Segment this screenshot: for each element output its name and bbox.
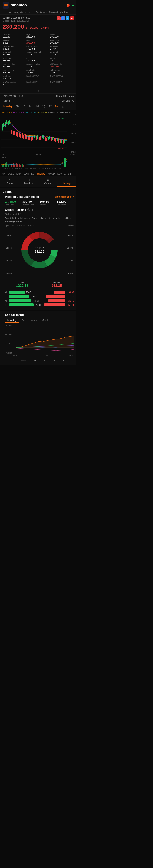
ind-tab-boll[interactable]: BOLL — [8, 173, 14, 175]
position-cost-section: Position Cost Distribution More Informat… — [3, 195, 74, 206]
trend-tab-week[interactable]: Week — [28, 318, 39, 322]
svg-rect-35 — [39, 137, 40, 140]
stat-turnover-ratio: Turnover Ratio 0.32% — [3, 45, 26, 51]
capital-trend-section: Capital Trend Intraday Day Week Month 32… — [0, 311, 76, 365]
price-flow-description: Price falls & capital flows in. Some cap… — [5, 217, 74, 223]
stat-volume: Volume 2.82B — [3, 39, 26, 45]
capital-section: Capital Position Cost Distribution More … — [0, 188, 76, 310]
ind-tab-kdj[interactable]: KDJ — [57, 173, 62, 175]
svg-rect-28 — [28, 136, 29, 140]
ind-tab-mavol[interactable]: MAVOL — [37, 173, 45, 175]
svg-text:281.600: 281.600 — [58, 118, 64, 120]
info-icon[interactable]: ⓘ — [27, 208, 30, 212]
svg-rect-34 — [37, 135, 38, 139]
donut-chart-container: 7.53% 12.68% 16.27% 19.50% 4.32% 12.40% … — [5, 229, 74, 280]
logo-icon — [3, 2, 9, 8]
stat-hist-low: Historical Low 226.000 — [3, 68, 26, 74]
tab-positions-label: Positions — [24, 182, 34, 185]
stat-52wk-high: 52wk High 422.800 — [3, 51, 26, 57]
legend-overall: Overall — [15, 360, 26, 362]
l-inflow-bar — [9, 295, 29, 298]
adr-row: Converted ADR Price ⓘ -- ADR to HK Stock… — [0, 93, 76, 99]
svg-rect-67 — [22, 164, 23, 167]
play-icon[interactable]: ▶ — [71, 3, 74, 7]
stock-price: 280.200 — [3, 23, 24, 30]
stat-open: Open 288.000 — [50, 33, 74, 39]
tab-5d[interactable]: 5D — [14, 104, 21, 109]
tab-1w[interactable]: 1W — [27, 104, 34, 109]
l-line-icon — [39, 361, 43, 361]
tab-1q[interactable]: 1Q — [40, 104, 47, 109]
size-row-s: S 425.91 353.41 — [5, 304, 74, 306]
svg-rect-41 — [48, 137, 49, 140]
svg-rect-68 — [23, 165, 24, 167]
more-info-link[interactable]: More Information > — [55, 196, 74, 198]
volume-chart: 1771K — [0, 156, 76, 167]
stock-id: 09618 JD.com, Inc.-SW — [3, 17, 30, 19]
trend-tab-intraday[interactable]: Intraday — [5, 318, 19, 322]
size-row-l: L 276.92 270.74 — [5, 295, 74, 298]
download-icon[interactable]: ⬇ — [31, 208, 33, 211]
stat-shares-outstanding: Shares Outstand... 3.11B — [26, 51, 50, 57]
stat-market-cap: Market Cap⊙ 870.45B — [26, 45, 50, 51]
svg-rect-65 — [19, 163, 20, 167]
app-header: moomoo 🍎 ▶ — [0, 0, 76, 10]
help-icon[interactable]: ⓘ — [24, 95, 26, 97]
svg-rect-55 — [2, 165, 3, 167]
size-row-m: M 355.25 242.79 — [5, 299, 74, 302]
stat-min-trading: Min Trading Unit 50 — [3, 81, 26, 86]
tab-positions[interactable]: □ Positions — [19, 177, 38, 187]
legend-l: L — [39, 360, 45, 362]
indicator-tabs: MA BOLL EMA SAR KC MAVOL MACD KDJ ARBR — [0, 171, 76, 176]
m-inflow-bar — [9, 299, 31, 302]
trend-tabs: Intraday Day Week Month — [5, 318, 74, 322]
xl-inflow-bar — [9, 291, 25, 293]
svg-rect-57 — [5, 163, 6, 167]
trend-chart: 323.94M 175.35M 76.29M -72.30M — [5, 324, 74, 358]
tab-settings[interactable]: ⚙ — [60, 104, 66, 109]
stat-prev-close: Prev Close 290.400 — [50, 39, 74, 45]
stat-float: Float 870.45B — [26, 57, 50, 63]
social-icon-blue: f — [61, 17, 65, 20]
tab-orders[interactable]: ≡ Orders — [38, 177, 57, 187]
tab-1m[interactable]: 1m — [53, 104, 60, 109]
svg-rect-66 — [21, 164, 21, 167]
ind-tab-ema[interactable]: EMA — [17, 173, 22, 175]
tab-history[interactable]: ◷ History — [57, 177, 76, 187]
tab-1d[interactable]: 1D — [21, 104, 27, 109]
stat-pe-ttm: P/E(TTM) 28.67 — [50, 45, 74, 51]
price-chart: 281.600 278.200 282.0 281.0 279.9 278.8 … — [0, 114, 76, 153]
history-icon: ◷ — [66, 178, 68, 182]
apple-icon[interactable]: 🍎 — [66, 3, 70, 7]
action-tabs: ○ Trade □ Positions ≡ Orders ◷ History — [0, 176, 76, 187]
xl-line-icon — [29, 361, 33, 361]
svg-rect-27 — [26, 135, 27, 139]
time-tabs: Intraday 5D 1D 1W 1M 1Q 1Y 1m ⚙ — [0, 103, 76, 110]
trend-tab-month[interactable]: Month — [39, 318, 51, 322]
size-table: XL 164.5 94.42 L 276.92 270.74 — [5, 289, 74, 306]
stat-avg-price: Avg Price 280.329 — [3, 74, 26, 81]
svg-rect-63 — [16, 163, 17, 167]
tab-1y[interactable]: 1Y — [47, 104, 53, 109]
xl-outflow-bar — [54, 291, 65, 293]
svg-rect-62 — [14, 164, 15, 167]
svg-rect-39 — [45, 137, 46, 141]
svg-rect-31 — [32, 136, 33, 141]
svg-point-1 — [5, 4, 8, 6]
trend-tab-day[interactable]: Day — [19, 318, 28, 322]
ind-tab-macd[interactable]: MACD — [48, 173, 55, 175]
ind-tab-kc[interactable]: KC — [31, 173, 34, 175]
legend-s: S — [58, 360, 64, 362]
legend-m: M — [48, 360, 55, 362]
capital-tracking-header: Capital Tracking ⓘ ⬇ — [5, 208, 74, 212]
flow-row: Inflow 1222.58 Outflow 961.35 — [5, 282, 74, 288]
tab-1m-cap[interactable]: 1M — [34, 104, 40, 109]
ind-tab-ma[interactable]: MA — [2, 173, 5, 175]
adr-label: Converted ADR Price ⓘ -- — [3, 95, 29, 98]
ind-tab-sar[interactable]: SAR — [24, 173, 29, 175]
tab-intraday[interactable]: Intraday — [2, 104, 14, 109]
tab-trade[interactable]: ○ Trade — [0, 177, 19, 187]
ind-tab-arbr[interactable]: ARBR — [64, 173, 71, 175]
expand-icon[interactable]: ∧ — [37, 89, 39, 93]
stat-turnover: Turnover 10.07M — [3, 33, 26, 39]
